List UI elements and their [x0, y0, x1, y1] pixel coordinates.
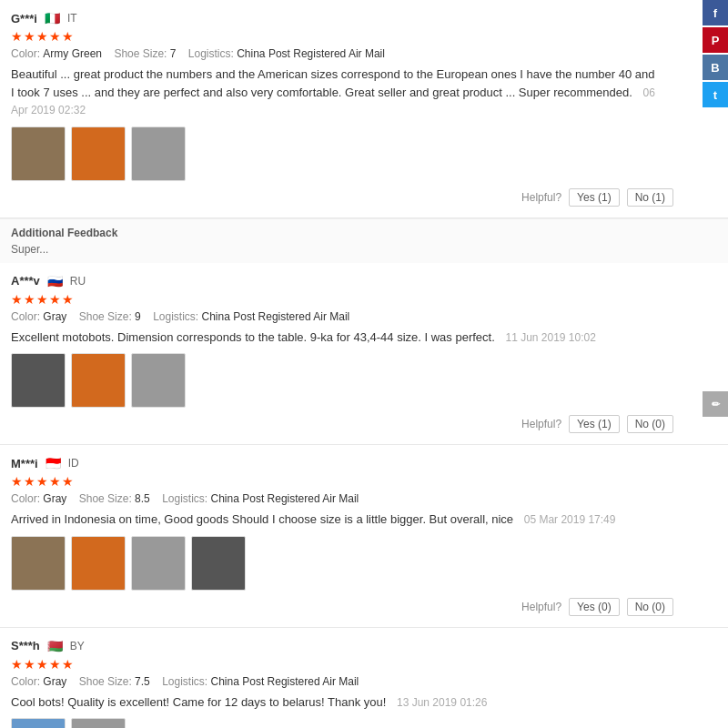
- review-image-thumb[interactable]: [11, 126, 66, 181]
- vk-button[interactable]: B: [703, 55, 728, 80]
- review-images: [11, 353, 728, 408]
- size-value: 9: [135, 310, 141, 323]
- color-value: Gray: [43, 675, 66, 688]
- reviewer-name: S***h: [11, 639, 40, 652]
- review-meta: Color: Gray Shoe Size: 9 Logistics: Chin…: [11, 310, 728, 323]
- review-text: Beautiful ... great product the numbers …: [11, 66, 728, 119]
- review-item: M***i 🇮🇩 ID ★★★★★ Color: Gray Shoe Size:…: [0, 445, 728, 628]
- logistics-value: China Post Registered Air Mail: [211, 675, 359, 688]
- reviewer-country: RU: [70, 275, 86, 288]
- helpful-label: Helpful?: [521, 601, 561, 613]
- helpful-yes-button[interactable]: Yes (1): [569, 188, 620, 207]
- helpful-no-button[interactable]: No (1): [627, 188, 673, 207]
- logistics-value: China Post Registered Air Mail: [237, 47, 385, 60]
- review-date: 05 Mar 2019 17:49: [524, 513, 616, 526]
- logistics-label: Logistics:: [188, 47, 234, 60]
- color-label: Color:: [11, 675, 40, 688]
- size-label: Shoe Size:: [79, 675, 132, 688]
- size-value: 7: [170, 47, 177, 60]
- helpful-label: Helpful?: [521, 418, 561, 430]
- reviewer-name: G***i: [11, 12, 37, 25]
- social-sidebar-1: f P B t: [703, 0, 728, 107]
- logistics-value: China Post Registered Air Mail: [202, 310, 350, 323]
- review-image-thumb[interactable]: [71, 353, 126, 408]
- review-meta: Color: Gray Shoe Size: 8.5 Logistics: Ch…: [11, 492, 728, 505]
- review-images: [11, 536, 728, 591]
- size-value: 7.5: [135, 675, 150, 688]
- size-value: 8.5: [135, 492, 150, 505]
- review-text: Excellent motobots. Dimension correspond…: [11, 329, 728, 347]
- helpful-no-button[interactable]: No (0): [627, 598, 673, 616]
- review-image-thumb[interactable]: [71, 718, 126, 728]
- logistics-label: Logistics:: [162, 492, 207, 505]
- helpful-yes-button[interactable]: Yes (1): [569, 415, 620, 433]
- additional-feedback-title: Additional Feedback: [11, 227, 717, 239]
- review-meta: Color: Gray Shoe Size: 7.5 Logistics: Ch…: [11, 675, 728, 688]
- color-label: Color:: [11, 492, 40, 505]
- helpful-row: Helpful? Yes (1) No (0): [11, 415, 728, 433]
- star-rating: ★★★★★: [11, 292, 728, 307]
- review-image-thumb[interactable]: [71, 536, 126, 591]
- star-rating: ★★★★★: [11, 29, 728, 44]
- reviews-container: G***i 🇮🇹 IT ★★★★★ Color: Army Green Shoe…: [0, 0, 728, 728]
- review-text: Cool bots! Quality is excellent! Came fo…: [11, 693, 728, 712]
- reviewer-country: ID: [68, 457, 79, 470]
- reviewer-header: G***i 🇮🇹 IT: [11, 11, 728, 25]
- edit-button[interactable]: ✏: [703, 391, 728, 417]
- review-image-thumb[interactable]: [131, 126, 186, 181]
- review-meta: Color: Army Green Shoe Size: 7 Logistics…: [11, 47, 728, 60]
- review-text: Arrived in Indonesia on time, Good goods…: [11, 511, 728, 529]
- star-rating: ★★★★★: [11, 474, 728, 489]
- size-label: Shoe Size:: [79, 310, 132, 323]
- reviewer-header: S***h 🇧🇾 BY: [11, 639, 728, 653]
- review-image-thumb[interactable]: [71, 126, 126, 181]
- review-item: A***v 🇷🇺 RU ★★★★★ Color: Gray Shoe Size:…: [0, 263, 728, 446]
- helpful-row: Helpful? Yes (0) No (0): [11, 598, 728, 616]
- review-image-thumb[interactable]: [11, 718, 66, 728]
- reviewer-country: IT: [67, 12, 77, 25]
- color-value: Gray: [43, 310, 66, 323]
- logistics-value: China Post Registered Air Mail: [211, 492, 359, 505]
- helpful-label: Helpful?: [521, 191, 561, 204]
- review-date: 11 Jun 2019 10:02: [505, 331, 595, 344]
- helpful-no-button[interactable]: No (0): [627, 415, 673, 433]
- reviewer-header: A***v 🇷🇺 RU: [11, 274, 728, 288]
- reviewer-country: BY: [70, 640, 85, 652]
- additional-feedback-text: Super...: [11, 243, 717, 256]
- logistics-label: Logistics:: [153, 310, 198, 323]
- color-value: Army Green: [43, 47, 102, 60]
- facebook-button[interactable]: f: [703, 0, 728, 25]
- twitter-button[interactable]: t: [703, 82, 728, 107]
- review-date: 13 Jun 2019 01:26: [397, 696, 487, 709]
- review-image-thumb[interactable]: [11, 353, 66, 408]
- review-item: S***h 🇧🇾 BY ★★★★★ Color: Gray Shoe Size:…: [0, 628, 728, 729]
- size-label: Shoe Size:: [114, 47, 167, 60]
- additional-feedback: Additional Feedback Super...: [0, 218, 728, 263]
- reviewer-flag: 🇮🇩: [46, 456, 61, 470]
- reviewer-header: M***i 🇮🇩 ID: [11, 456, 728, 470]
- pinterest-button[interactable]: P: [703, 27, 728, 53]
- helpful-row: Helpful? Yes (1) No (1): [11, 188, 728, 207]
- review-image-thumb[interactable]: [131, 536, 186, 591]
- review-image-thumb[interactable]: [131, 353, 186, 408]
- color-label: Color:: [11, 47, 40, 60]
- reviewer-flag: 🇮🇹: [45, 11, 60, 25]
- review-item: G***i 🇮🇹 IT ★★★★★ Color: Army Green Shoe…: [0, 0, 728, 218]
- review-image-thumb[interactable]: [11, 536, 66, 591]
- action-icons: ✏: [703, 391, 728, 417]
- color-value: Gray: [43, 492, 66, 505]
- review-image-thumb[interactable]: [191, 536, 246, 591]
- star-rating: ★★★★★: [11, 657, 728, 672]
- reviewer-flag: 🇧🇾: [47, 639, 63, 653]
- review-images: [11, 126, 728, 181]
- reviewer-name: A***v: [11, 274, 40, 288]
- reviewer-name: M***i: [11, 457, 38, 470]
- color-label: Color:: [11, 310, 40, 323]
- helpful-yes-button[interactable]: Yes (0): [569, 598, 620, 616]
- reviewer-flag: 🇷🇺: [47, 274, 63, 288]
- logistics-label: Logistics:: [162, 675, 207, 688]
- size-label: Shoe Size:: [79, 492, 132, 505]
- review-images: [11, 718, 728, 728]
